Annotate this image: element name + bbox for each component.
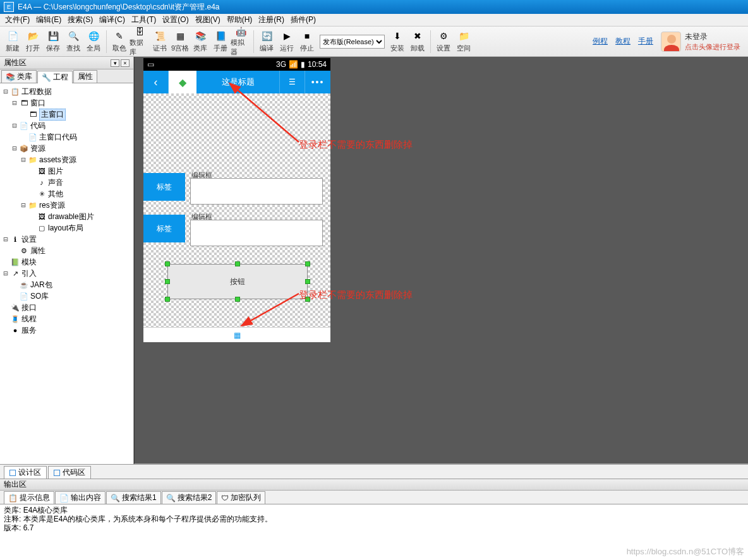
panel-tab-工程[interactable]: 🔧工程 — [37, 71, 73, 83]
clock-label: 10:54 — [308, 60, 327, 69]
login-hint: 点击头像进行登录 — [685, 42, 740, 52]
toolbar-取色[interactable]: ✎取色 — [109, 28, 130, 56]
toolbar-安装[interactable]: ⬇安装 — [387, 28, 407, 56]
project-tree[interactable]: ⊟📋工程数据⊟🗔窗口🗔主窗口⊟📄代码📄主窗口代码⊟📦资源⊟📁assets资源🖼图… — [0, 83, 133, 464]
tree-icon: 🧵 — [10, 314, 20, 323]
avatar[interactable] — [661, 32, 681, 52]
bottom-nav[interactable]: ▦ — [143, 327, 330, 342]
toolbar-编译[interactable]: 🔄编译 — [256, 28, 277, 56]
output-tab[interactable]: 📋提示信息 — [4, 491, 54, 504]
view-tab-代码区[interactable]: 代码区 — [48, 466, 91, 479]
list-icon[interactable]: ☰ — [280, 71, 305, 93]
tree-node[interactable]: ⊟📁assets资源 — [1, 154, 132, 165]
output-tab[interactable]: 🔍搜索结果2 — [162, 491, 217, 504]
toolbar-运行[interactable]: ▶运行 — [277, 28, 297, 56]
toolbar-卸载[interactable]: ✖卸载 — [407, 28, 428, 56]
toolbar-模拟器[interactable]: 🤖模拟器 — [231, 28, 251, 56]
label-widget-2[interactable]: 标签 — [143, 215, 185, 242]
tree-node[interactable]: ▢layout布局 — [1, 222, 132, 234]
app-topbar: ‹ ◆ 这是标题 ☰ ••• — [143, 71, 330, 93]
tree-node[interactable]: ♪声音 — [1, 177, 132, 188]
help-link[interactable]: 例程 — [593, 36, 608, 47]
toolbar-9宫格[interactable]: ▦9宫格 — [170, 28, 190, 56]
resize-handle[interactable] — [305, 261, 310, 266]
tab-icon: 🛡 — [221, 494, 229, 503]
resize-handle[interactable] — [165, 279, 170, 284]
menu-item[interactable]: 文件(F) — [3, 13, 32, 27]
tree-node[interactable]: 🧵线程 — [1, 313, 132, 325]
tree-node[interactable]: ⊟🗔窗口 — [1, 97, 132, 109]
tree-node[interactable]: 📗模块 — [1, 256, 132, 268]
tree-node[interactable]: ⊟📁res资源 — [1, 200, 132, 211]
tree-node[interactable]: 📄SO库 — [1, 290, 132, 302]
editbox-widget-2[interactable] — [190, 220, 323, 246]
menu-item[interactable]: 编辑(E) — [33, 13, 64, 27]
panel-tab-类库[interactable]: 📚类库 — [1, 70, 37, 83]
designer-canvas[interactable]: ▭ 3G 📶 ▮ 10:54 ‹ ◆ 这是标题 ☰ ••• 标签 编辑框 标签 — [134, 57, 748, 464]
back-icon[interactable]: ‹ — [143, 71, 169, 93]
tree-node[interactable]: ⚙属性 — [1, 245, 132, 256]
output-tab[interactable]: 🛡加密队列 — [217, 491, 265, 504]
resize-handle[interactable] — [235, 261, 240, 266]
tree-node[interactable]: ⊟📦资源 — [1, 143, 132, 154]
output-tab[interactable]: 📄输出内容 — [55, 491, 106, 504]
tree-node[interactable]: ⊟📋工程数据 — [1, 86, 132, 97]
toolbar-停止[interactable]: ■停止 — [297, 28, 317, 56]
editbox-widget-1[interactable] — [190, 178, 323, 205]
tree-node[interactable]: ●服务 — [1, 325, 132, 336]
window-title: E4A — C:\Users\longchunfeng\Desktop\csdn… — [18, 2, 219, 13]
button-widget[interactable]: 按钮 — [167, 264, 308, 299]
toolbar-类库[interactable]: 📚类库 — [190, 28, 210, 56]
toolbar-查找[interactable]: 🔍查找 — [63, 28, 83, 56]
toolbar-保存[interactable]: 💾保存 — [43, 28, 63, 56]
resize-handle[interactable] — [165, 261, 170, 266]
tree-node[interactable]: 🗔主窗口 — [1, 109, 132, 120]
panel-tab-属性[interactable]: 属性 — [73, 70, 97, 83]
toolbar-手册[interactable]: 📘手册 — [210, 28, 231, 56]
tree-icon: ✳ — [37, 189, 47, 198]
menu-item[interactable]: 注册(R) — [256, 13, 287, 27]
resize-handle[interactable] — [305, 279, 310, 284]
label-widget-1[interactable]: 标签 — [143, 173, 185, 201]
menu-item[interactable]: 帮助(H) — [224, 13, 255, 27]
output-tab[interactable]: 🔍搜索结果1 — [106, 491, 161, 504]
view-tab-设计区[interactable]: 设计区 — [4, 466, 47, 479]
toolbar-数据库[interactable]: 🗄数据库 — [130, 28, 150, 56]
停止-icon: ■ — [301, 30, 313, 42]
tree-node[interactable]: ⊟ℹ设置 — [1, 234, 132, 245]
help-link[interactable]: 教程 — [615, 36, 630, 47]
nav-grid-icon[interactable]: ▦ — [234, 331, 241, 340]
toolbar-全局[interactable]: 🌐全局 — [83, 28, 104, 56]
menu-item[interactable]: 设置(O) — [160, 13, 191, 27]
tree-node[interactable]: ⊟📄代码 — [1, 120, 132, 131]
menu-item[interactable]: 视图(V) — [193, 13, 223, 27]
toolbar-证书[interactable]: 📜证书 — [150, 28, 170, 56]
resize-handle[interactable] — [165, 297, 170, 302]
battery-icon: ▮ — [301, 60, 305, 69]
tree-node[interactable]: 🔌接口 — [1, 302, 132, 313]
tree-node[interactable]: 🖼drawable图片 — [1, 211, 132, 222]
menu-item[interactable]: 编译(C) — [97, 13, 128, 27]
toolbar-设置[interactable]: ⚙设置 — [433, 28, 454, 56]
network-label: 3G — [276, 60, 286, 69]
tree-node[interactable]: 🖼图片 — [1, 165, 132, 177]
help-link[interactable]: 手册 — [638, 36, 653, 47]
toolbar-空间[interactable]: 📁空间 — [454, 28, 474, 56]
release-select[interactable]: 发布版(Release) — [320, 35, 385, 49]
menu-item[interactable]: 插件(P) — [288, 13, 318, 27]
menu-item[interactable]: 工具(T) — [129, 13, 159, 27]
tree-node[interactable]: ✳其他 — [1, 188, 132, 200]
panel-close-icon[interactable]: × — [121, 59, 130, 67]
menu-item[interactable]: 搜索(S) — [65, 13, 95, 27]
tree-icon: 🗔 — [19, 98, 29, 107]
toolbar-新建[interactable]: 📄新建 — [3, 28, 23, 56]
login-box[interactable]: 未登录 点击头像进行登录 — [661, 32, 740, 52]
resize-handle[interactable] — [235, 297, 240, 302]
tree-node[interactable]: 📄主窗口代码 — [1, 131, 132, 143]
toolbar-打开[interactable]: 📂打开 — [23, 28, 43, 56]
logo-icon[interactable]: ◆ — [169, 71, 196, 93]
panel-dropdown-icon[interactable]: ▾ — [111, 59, 119, 67]
tree-node[interactable]: ⊟↗引入 — [1, 268, 132, 279]
more-icon[interactable]: ••• — [305, 71, 330, 93]
tree-node[interactable]: ☕JAR包 — [1, 279, 132, 290]
